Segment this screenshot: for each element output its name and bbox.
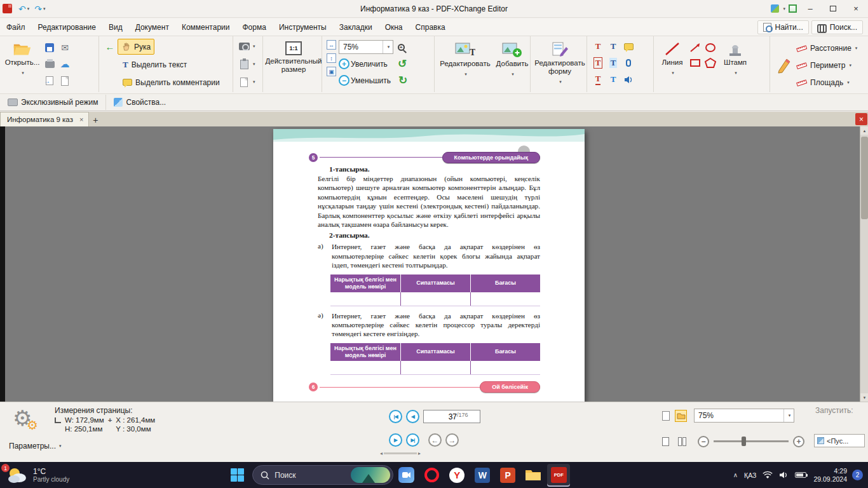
status-zoom-select[interactable]: 75% ▾ bbox=[694, 409, 794, 423]
cloud-icon[interactable]: ☁ bbox=[58, 58, 71, 71]
minimize-button[interactable]: – bbox=[799, 1, 821, 17]
scroll-left-icon[interactable]: ◂ bbox=[380, 451, 383, 456]
chevron-down-icon[interactable]: ▾ bbox=[672, 69, 674, 77]
chevron-down-icon[interactable]: ▾ bbox=[27, 6, 30, 11]
rotate-cw-icon[interactable]: ↻ bbox=[398, 74, 407, 87]
zoom-select[interactable]: 75% ▾ bbox=[339, 40, 393, 54]
taskbar-app-explorer[interactable] bbox=[522, 464, 545, 487]
horizontal-scrollbar[interactable]: ◂ ▸ bbox=[380, 451, 421, 456]
next-page-button[interactable]: ▶ bbox=[389, 433, 402, 447]
ellipse-tool-icon[interactable] bbox=[704, 41, 717, 54]
add-content-button[interactable]: Добавить ▾ bbox=[494, 39, 531, 91]
text-style-icon[interactable]: Т bbox=[607, 73, 620, 86]
redo-button[interactable]: ↷▾ bbox=[32, 3, 48, 15]
zoom-slider[interactable] bbox=[714, 440, 789, 442]
chevron-down-icon[interactable]: ▾ bbox=[847, 80, 850, 85]
callout-icon[interactable]: Т bbox=[592, 73, 604, 86]
launch-app-item[interactable]: <Пус... bbox=[814, 434, 865, 447]
chevron-down-icon[interactable]: ▾ bbox=[383, 41, 393, 53]
two-page-layout-icon[interactable] bbox=[676, 435, 688, 447]
scroll-down-icon[interactable]: ▼ bbox=[860, 393, 868, 402]
typewriter-icon[interactable]: Т bbox=[592, 40, 604, 53]
highlight-text-icon[interactable]: Т bbox=[607, 57, 620, 69]
taskbar-app-opera[interactable] bbox=[420, 464, 443, 487]
chevron-down-icon[interactable]: ▾ bbox=[253, 62, 255, 67]
actual-size-button[interactable]: 1:1 Действительный размер bbox=[268, 39, 320, 91]
text-box-icon[interactable]: Т bbox=[592, 57, 604, 69]
zoom-in-button[interactable]: + Увеличить ↺ bbox=[339, 57, 407, 71]
chevron-down-icon[interactable]: ▾ bbox=[512, 70, 514, 78]
menu-view[interactable]: Вид bbox=[102, 20, 129, 35]
chevron-down-icon[interactable]: ▾ bbox=[43, 6, 46, 11]
properties-button[interactable]: Свойства... bbox=[110, 95, 170, 111]
scroll-up-icon[interactable]: ▲ bbox=[860, 126, 868, 135]
line-tool-button[interactable]: Линия ▾ bbox=[658, 39, 686, 91]
arrow-tool-icon[interactable] bbox=[689, 41, 702, 54]
taskbar-app-yandex[interactable]: Y bbox=[445, 464, 468, 487]
rotate-ccw-icon[interactable]: ↺ bbox=[398, 57, 407, 71]
close-document-button[interactable]: × bbox=[855, 113, 867, 125]
distance-tool-button[interactable]: Расстояние ▾ bbox=[796, 40, 857, 57]
search-highlight-image[interactable] bbox=[351, 467, 390, 483]
pdf-page[interactable]: 5 Компьютерде орындайық 1-тапсырма. Белг… bbox=[273, 129, 585, 402]
snapshot-icon[interactable] bbox=[238, 40, 250, 53]
zoom-out-slider-button[interactable]: − bbox=[698, 436, 709, 447]
chevron-down-icon[interactable]: ▾ bbox=[855, 46, 858, 51]
menu-comments[interactable]: Комментарии bbox=[175, 20, 236, 35]
taskbar-app-powerpoint[interactable]: P bbox=[496, 464, 519, 487]
menu-tools[interactable]: Инструменты bbox=[273, 20, 333, 35]
exclusive-mode-button[interactable]: Эксклюзивный режим bbox=[4, 95, 102, 111]
menu-help[interactable]: Справка bbox=[409, 20, 452, 35]
page-number-field[interactable]: /176 bbox=[423, 410, 480, 423]
menu-edit[interactable]: Редактирование bbox=[32, 20, 102, 35]
menu-document[interactable]: Документ bbox=[129, 20, 175, 35]
edit-content-button[interactable]: T Редактировать ▾ bbox=[439, 39, 491, 91]
chevron-down-icon[interactable]: ▾ bbox=[22, 69, 24, 77]
wifi-icon[interactable] bbox=[759, 462, 776, 488]
chevron-down-icon[interactable]: ▾ bbox=[849, 63, 851, 68]
menu-windows[interactable]: Окна bbox=[379, 20, 409, 35]
start-button[interactable] bbox=[226, 464, 248, 487]
notification-badge[interactable]: 2 bbox=[852, 470, 863, 480]
email-icon[interactable]: ✉ bbox=[58, 41, 71, 54]
undo-button[interactable]: ↶▾ bbox=[16, 3, 32, 15]
scrollbar-track[interactable] bbox=[384, 452, 417, 454]
pan-mode-icon[interactable] bbox=[675, 410, 687, 422]
chevron-down-icon[interactable]: ▾ bbox=[735, 69, 737, 77]
chevron-down-icon[interactable]: ▾ bbox=[783, 6, 785, 11]
single-page-layout-icon[interactable] bbox=[660, 435, 672, 447]
document-tab[interactable]: Информатика 9 каз × bbox=[0, 112, 89, 126]
select-comments-button[interactable]: Выделить комментарии bbox=[119, 74, 224, 90]
fit-visible-icon[interactable]: ▣ bbox=[327, 67, 336, 76]
zoom-out-button[interactable]: − Уменьшить ↻ bbox=[339, 74, 407, 87]
attachment-icon[interactable] bbox=[622, 57, 635, 69]
stamp-tool-button[interactable]: Штамп ▾ bbox=[719, 39, 751, 91]
new-tab-button[interactable]: + bbox=[89, 114, 102, 126]
first-page-button[interactable]: |◀ bbox=[389, 410, 402, 423]
page-number-input[interactable] bbox=[426, 412, 457, 421]
edit-form-button[interactable]: Редактировать форму ▾ bbox=[535, 39, 585, 91]
menu-file[interactable]: Файл bbox=[0, 20, 32, 35]
language-indicator[interactable]: ҚАЗ bbox=[741, 462, 759, 488]
tab-close-icon[interactable]: × bbox=[79, 116, 83, 123]
vertical-scrollbar[interactable]: ▲ ▼ bbox=[860, 126, 868, 402]
taskbar-app-pdf-xchange[interactable]: PDF bbox=[547, 464, 570, 487]
weather-widget[interactable]: 1 1°C Partly cloudy bbox=[0, 462, 69, 488]
export-icon[interactable] bbox=[43, 74, 56, 87]
print-icon[interactable] bbox=[43, 58, 56, 71]
hidden-icons-button[interactable]: ∧ bbox=[730, 462, 741, 488]
save-icon[interactable] bbox=[43, 41, 56, 54]
taskbar-search[interactable]: Поиск bbox=[252, 465, 393, 485]
rectangle-tool-icon[interactable] bbox=[689, 57, 702, 69]
hand-tool-button[interactable]: Рука bbox=[118, 39, 154, 55]
new-window-icon[interactable] bbox=[660, 410, 672, 422]
view-back-button[interactable]: ← bbox=[428, 433, 442, 447]
document-area[interactable]: 5 Компьютерде орындайық 1-тапсырма. Белг… bbox=[0, 126, 868, 402]
open-button[interactable]: Открыть... ▾ bbox=[4, 39, 41, 91]
taskbar-app-word[interactable]: W bbox=[471, 464, 494, 487]
menu-form[interactable]: Форма bbox=[236, 20, 272, 35]
maximize-button[interactable] bbox=[822, 1, 844, 17]
previous-page-button[interactable]: ◀ bbox=[406, 410, 419, 423]
taskbar-app-media[interactable] bbox=[395, 464, 417, 487]
polygon-tool-icon[interactable] bbox=[704, 57, 717, 69]
